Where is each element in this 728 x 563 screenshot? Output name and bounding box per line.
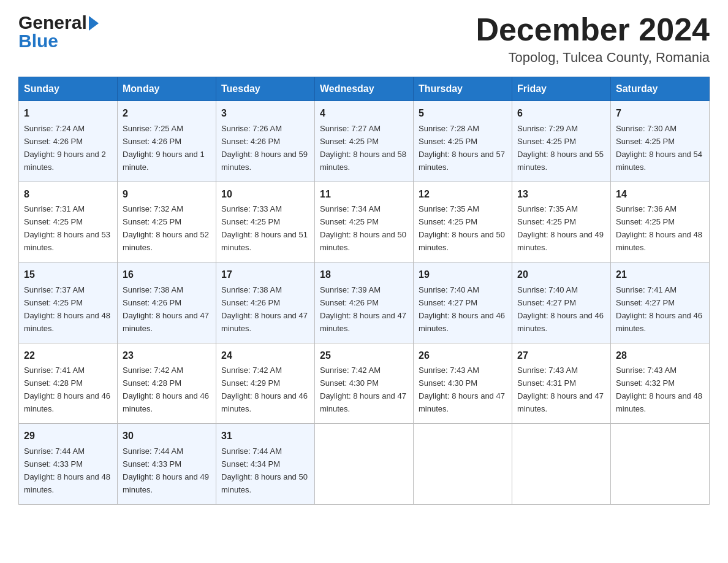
calendar-day-cell: 20 Sunrise: 7:40 AMSunset: 4:27 PMDaylig… [512,262,611,343]
day-info: Sunrise: 7:44 AMSunset: 4:34 PMDaylight:… [221,446,308,494]
day-number: 2 [123,106,211,121]
calendar-day-cell: 24 Sunrise: 7:42 AMSunset: 4:29 PMDaylig… [216,343,315,423]
day-number: 29 [24,429,112,444]
calendar-day-cell: 13 Sunrise: 7:35 AMSunset: 4:25 PMDaylig… [512,182,611,262]
calendar-week-row: 22 Sunrise: 7:41 AMSunset: 4:28 PMDaylig… [19,343,710,423]
day-info: Sunrise: 7:24 AMSunset: 4:26 PMDaylight:… [24,124,106,172]
calendar-day-cell: 3 Sunrise: 7:26 AMSunset: 4:26 PMDayligh… [216,101,315,182]
day-number: 22 [24,348,112,364]
day-number: 13 [517,187,605,202]
calendar-week-row: 8 Sunrise: 7:31 AMSunset: 4:25 PMDayligh… [19,182,710,262]
calendar-day-cell: 17 Sunrise: 7:38 AMSunset: 4:26 PMDaylig… [216,262,315,343]
day-info: Sunrise: 7:43 AMSunset: 4:31 PMDaylight:… [517,366,604,413]
day-info: Sunrise: 7:34 AMSunset: 4:25 PMDaylight:… [320,204,406,252]
calendar-day-cell: 14 Sunrise: 7:36 AMSunset: 4:25 PMDaylig… [611,182,710,262]
calendar-day-cell: 27 Sunrise: 7:43 AMSunset: 4:31 PMDaylig… [512,343,611,423]
day-info: Sunrise: 7:36 AMSunset: 4:25 PMDaylight:… [616,204,702,252]
calendar-day-cell: 23 Sunrise: 7:42 AMSunset: 4:28 PMDaylig… [118,343,216,423]
page-header: General Blue December 2024 Topolog, Tulc… [18,12,710,66]
day-number: 9 [123,187,211,202]
day-number: 4 [320,106,408,121]
calendar-day-cell [414,424,512,504]
calendar-week-row: 29 Sunrise: 7:44 AMSunset: 4:33 PMDaylig… [19,424,710,504]
day-info: Sunrise: 7:41 AMSunset: 4:27 PMDaylight:… [616,285,702,333]
day-info: Sunrise: 7:31 AMSunset: 4:25 PMDaylight:… [24,204,110,252]
calendar-day-cell: 25 Sunrise: 7:42 AMSunset: 4:30 PMDaylig… [315,343,414,423]
calendar-day-cell: 19 Sunrise: 7:40 AMSunset: 4:27 PMDaylig… [414,262,512,343]
day-info: Sunrise: 7:40 AMSunset: 4:27 PMDaylight:… [517,285,604,333]
day-number: 11 [320,187,408,202]
day-info: Sunrise: 7:44 AMSunset: 4:33 PMDaylight:… [24,446,110,494]
calendar-day-cell: 10 Sunrise: 7:33 AMSunset: 4:25 PMDaylig… [216,182,315,262]
day-info: Sunrise: 7:28 AMSunset: 4:25 PMDaylight:… [419,124,505,172]
day-info: Sunrise: 7:44 AMSunset: 4:33 PMDaylight:… [123,446,209,494]
logo-triangle-icon [89,16,99,31]
day-info: Sunrise: 7:38 AMSunset: 4:26 PMDaylight:… [123,285,209,333]
day-info: Sunrise: 7:42 AMSunset: 4:30 PMDaylight:… [320,366,406,413]
calendar-day-cell: 7 Sunrise: 7:30 AMSunset: 4:25 PMDayligh… [611,101,710,182]
calendar-week-row: 15 Sunrise: 7:37 AMSunset: 4:25 PMDaylig… [19,262,710,343]
day-number: 19 [419,267,507,283]
day-number: 17 [221,267,309,283]
day-info: Sunrise: 7:38 AMSunset: 4:26 PMDaylight:… [221,285,308,333]
calendar-day-cell: 4 Sunrise: 7:27 AMSunset: 4:25 PMDayligh… [315,101,414,182]
day-info: Sunrise: 7:39 AMSunset: 4:26 PMDaylight:… [320,285,406,333]
day-number: 27 [517,348,605,364]
calendar-header-row: Sunday Monday Tuesday Wednesday Thursday… [19,77,710,101]
day-info: Sunrise: 7:40 AMSunset: 4:27 PMDaylight:… [419,285,505,333]
day-number: 16 [123,267,211,283]
day-number: 3 [221,106,309,121]
day-number: 12 [419,187,507,202]
calendar-day-cell: 16 Sunrise: 7:38 AMSunset: 4:26 PMDaylig… [118,262,216,343]
col-thursday: Thursday [414,77,512,101]
calendar-day-cell [315,424,414,504]
calendar-day-cell: 26 Sunrise: 7:43 AMSunset: 4:30 PMDaylig… [414,343,512,423]
title-block: December 2024 Topolog, Tulcea County, Ro… [476,12,710,66]
day-number: 28 [616,348,704,364]
day-info: Sunrise: 7:29 AMSunset: 4:25 PMDaylight:… [517,124,604,172]
day-number: 26 [419,348,507,364]
calendar-day-cell: 2 Sunrise: 7:25 AMSunset: 4:26 PMDayligh… [118,101,216,182]
day-info: Sunrise: 7:43 AMSunset: 4:32 PMDaylight:… [616,366,702,413]
col-sunday: Sunday [19,77,118,101]
col-monday: Monday [118,77,216,101]
calendar-day-cell: 12 Sunrise: 7:35 AMSunset: 4:25 PMDaylig… [414,182,512,262]
calendar-week-row: 1 Sunrise: 7:24 AMSunset: 4:26 PMDayligh… [19,101,710,182]
day-number: 5 [419,106,507,121]
calendar-day-cell: 29 Sunrise: 7:44 AMSunset: 4:33 PMDaylig… [19,424,118,504]
calendar-day-cell [611,424,710,504]
day-number: 15 [24,267,112,283]
day-number: 6 [517,106,605,121]
day-number: 10 [221,187,309,202]
calendar-day-cell: 30 Sunrise: 7:44 AMSunset: 4:33 PMDaylig… [118,424,216,504]
day-number: 31 [221,429,309,444]
day-info: Sunrise: 7:25 AMSunset: 4:26 PMDaylight:… [123,124,205,172]
calendar-day-cell: 18 Sunrise: 7:39 AMSunset: 4:26 PMDaylig… [315,262,414,343]
calendar-day-cell: 8 Sunrise: 7:31 AMSunset: 4:25 PMDayligh… [19,182,118,262]
logo-blue-text: Blue [18,31,58,52]
day-info: Sunrise: 7:30 AMSunset: 4:25 PMDaylight:… [616,124,702,172]
calendar-day-cell: 11 Sunrise: 7:34 AMSunset: 4:25 PMDaylig… [315,182,414,262]
day-info: Sunrise: 7:42 AMSunset: 4:28 PMDaylight:… [123,366,209,413]
day-number: 20 [517,267,605,283]
calendar-day-cell: 21 Sunrise: 7:41 AMSunset: 4:27 PMDaylig… [611,262,710,343]
day-number: 24 [221,348,309,364]
day-number: 7 [616,106,704,121]
calendar-table: Sunday Monday Tuesday Wednesday Thursday… [18,77,710,504]
day-info: Sunrise: 7:35 AMSunset: 4:25 PMDaylight:… [419,204,505,252]
day-info: Sunrise: 7:35 AMSunset: 4:25 PMDaylight:… [517,204,604,252]
col-tuesday: Tuesday [216,77,315,101]
col-saturday: Saturday [611,77,710,101]
calendar-day-cell: 22 Sunrise: 7:41 AMSunset: 4:28 PMDaylig… [19,343,118,423]
calendar-day-cell: 9 Sunrise: 7:32 AMSunset: 4:25 PMDayligh… [118,182,216,262]
logo: General Blue [18,12,99,52]
day-number: 1 [24,106,112,121]
day-number: 18 [320,267,408,283]
day-info: Sunrise: 7:43 AMSunset: 4:30 PMDaylight:… [419,366,505,413]
day-info: Sunrise: 7:42 AMSunset: 4:29 PMDaylight:… [221,366,308,413]
calendar-day-cell [512,424,611,504]
logo-general-text: General [18,12,87,33]
day-info: Sunrise: 7:32 AMSunset: 4:25 PMDaylight:… [123,204,209,252]
day-info: Sunrise: 7:27 AMSunset: 4:25 PMDaylight:… [320,124,406,172]
day-info: Sunrise: 7:33 AMSunset: 4:25 PMDaylight:… [221,204,308,252]
